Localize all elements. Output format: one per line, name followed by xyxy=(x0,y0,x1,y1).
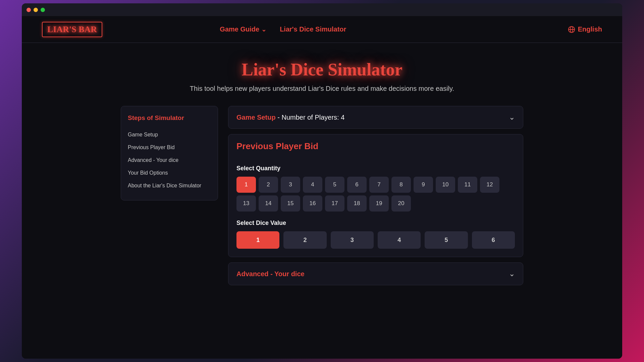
sidebar-item-game-setup[interactable]: Game Setup xyxy=(128,128,211,141)
dice-btn-5[interactable]: 5 xyxy=(425,231,468,249)
simulator-link[interactable]: Liar's Dice Simulator xyxy=(280,25,346,33)
game-setup-chevron-icon: ⌄ xyxy=(509,113,515,122)
quantity-btn-7[interactable]: 7 xyxy=(369,177,389,193)
sidebar-item-about[interactable]: About the Liar's Dice Simulator xyxy=(128,179,211,192)
content-layout: Steps of Simulator Game Setup Previous P… xyxy=(121,106,523,285)
previous-bid-title: Previous Player Bid xyxy=(236,141,318,152)
sidebar: Steps of Simulator Game Setup Previous P… xyxy=(121,106,218,285)
quantity-btn-11[interactable]: 11 xyxy=(458,177,477,193)
logo[interactable]: LIAR'S BAR xyxy=(42,22,102,37)
advanced-panel: Advanced - Your dice ⌄ xyxy=(228,262,523,285)
quantity-btn-13[interactable]: 13 xyxy=(236,195,256,212)
quantity-btn-5[interactable]: 5 xyxy=(325,177,344,193)
globe-icon xyxy=(568,26,575,33)
quantity-btn-6[interactable]: 6 xyxy=(347,177,367,193)
dice-value-grid: 123456 xyxy=(236,231,515,249)
quantity-btn-9[interactable]: 9 xyxy=(414,177,433,193)
game-setup-header[interactable]: Game Setup - Number of Players: 4 ⌄ xyxy=(228,106,523,128)
quantity-btn-14[interactable]: 14 xyxy=(259,195,278,212)
advanced-header[interactable]: Advanced - Your dice ⌄ xyxy=(228,263,523,285)
dice-btn-3[interactable]: 3 xyxy=(331,231,374,249)
quantity-btn-1[interactable]: 1 xyxy=(236,177,256,193)
advanced-title: Advanced - Your dice xyxy=(236,270,305,278)
dice-btn-6[interactable]: 6 xyxy=(472,231,515,249)
title-bar xyxy=(22,3,622,16)
previous-bid-body: Select Quantity 123456789101112131415161… xyxy=(228,165,523,257)
game-setup-panel: Game Setup - Number of Players: 4 ⌄ xyxy=(228,106,523,129)
maximize-button[interactable] xyxy=(41,8,45,12)
dice-btn-4[interactable]: 4 xyxy=(378,231,421,249)
previous-bid-header[interactable]: Previous Player Bid xyxy=(228,134,523,165)
panels: Game Setup - Number of Players: 4 ⌄ Prev… xyxy=(228,106,523,285)
app-window: LIAR'S BAR Game Guide Liar's Dice Simula… xyxy=(22,3,622,359)
navbar: LIAR'S BAR Game Guide Liar's Dice Simula… xyxy=(22,16,622,43)
hero-title: Liar's Dice Simulator xyxy=(42,60,602,79)
quantity-btn-15[interactable]: 15 xyxy=(281,195,300,212)
quantity-btn-8[interactable]: 8 xyxy=(391,177,411,193)
main-content: Liar's Dice Simulator This tool helps ne… xyxy=(22,43,622,359)
advanced-chevron-icon: ⌄ xyxy=(509,269,515,278)
minimize-button[interactable] xyxy=(34,8,38,12)
game-setup-title: Game Setup - Number of Players: 4 xyxy=(236,114,344,121)
quantity-btn-19[interactable]: 19 xyxy=(369,195,389,212)
quantity-btn-3[interactable]: 3 xyxy=(281,177,300,193)
sidebar-card: Steps of Simulator Game Setup Previous P… xyxy=(121,106,218,200)
quantity-btn-10[interactable]: 10 xyxy=(436,177,455,193)
quantity-btn-12[interactable]: 12 xyxy=(480,177,499,193)
game-guide-link[interactable]: Game Guide xyxy=(220,25,266,33)
sidebar-item-previous-bid[interactable]: Previous Player Bid xyxy=(128,141,211,154)
quantity-btn-16[interactable]: 16 xyxy=(303,195,322,212)
dice-value-label: Select Dice Value xyxy=(236,220,515,227)
sidebar-item-bid-options[interactable]: Your Bid Options xyxy=(128,167,211,179)
quantity-btn-18[interactable]: 18 xyxy=(347,195,367,212)
language-selector[interactable]: English xyxy=(568,25,602,33)
chevron-down-icon xyxy=(261,25,266,33)
game-guide-label: Game Guide xyxy=(220,25,259,33)
quantity-grid: 1234567891011121314151617181920 xyxy=(236,177,515,212)
quantity-btn-2[interactable]: 2 xyxy=(259,177,278,193)
previous-bid-panel: Previous Player Bid Select Quantity 1234… xyxy=(228,134,523,257)
quantity-btn-17[interactable]: 17 xyxy=(325,195,344,212)
hero-subtitle: This tool helps new players understand L… xyxy=(42,85,602,93)
dice-btn-2[interactable]: 2 xyxy=(283,231,326,249)
quantity-label: Select Quantity xyxy=(236,165,515,172)
language-label: English xyxy=(578,25,602,33)
dice-btn-1[interactable]: 1 xyxy=(236,231,279,249)
quantity-btn-20[interactable]: 20 xyxy=(391,195,411,212)
nav-links: Game Guide Liar's Dice Simulator xyxy=(220,25,346,33)
close-button[interactable] xyxy=(26,8,31,12)
quantity-btn-4[interactable]: 4 xyxy=(303,177,322,193)
sidebar-title: Steps of Simulator xyxy=(128,114,211,122)
sidebar-item-advanced[interactable]: Advanced - Your dice xyxy=(128,154,211,167)
